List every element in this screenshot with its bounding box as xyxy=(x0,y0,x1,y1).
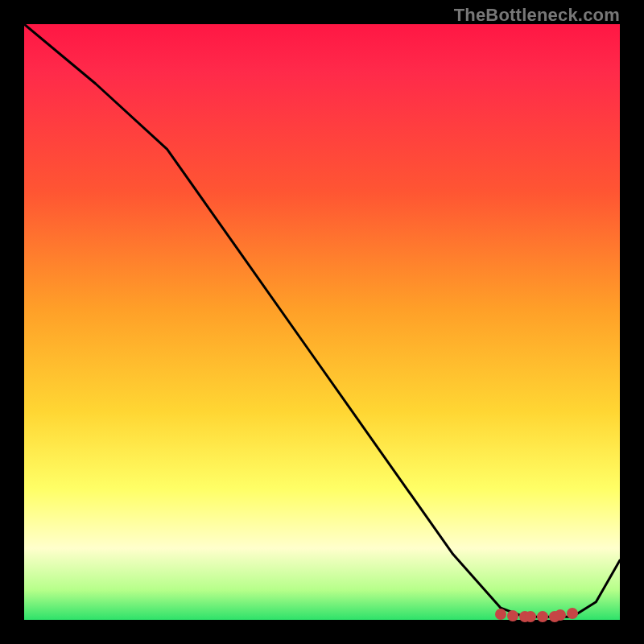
data-curve xyxy=(24,24,620,617)
data-marker xyxy=(507,610,518,621)
data-marker xyxy=(525,611,536,622)
data-marker xyxy=(537,611,548,622)
plot-area xyxy=(24,24,620,620)
data-marker xyxy=(495,609,506,620)
data-marker xyxy=(567,608,578,619)
chart-frame: TheBottleneck.com xyxy=(0,0,644,644)
curve-svg xyxy=(24,24,620,620)
watermark-text: TheBottleneck.com xyxy=(454,5,620,26)
data-marker xyxy=(555,609,566,621)
